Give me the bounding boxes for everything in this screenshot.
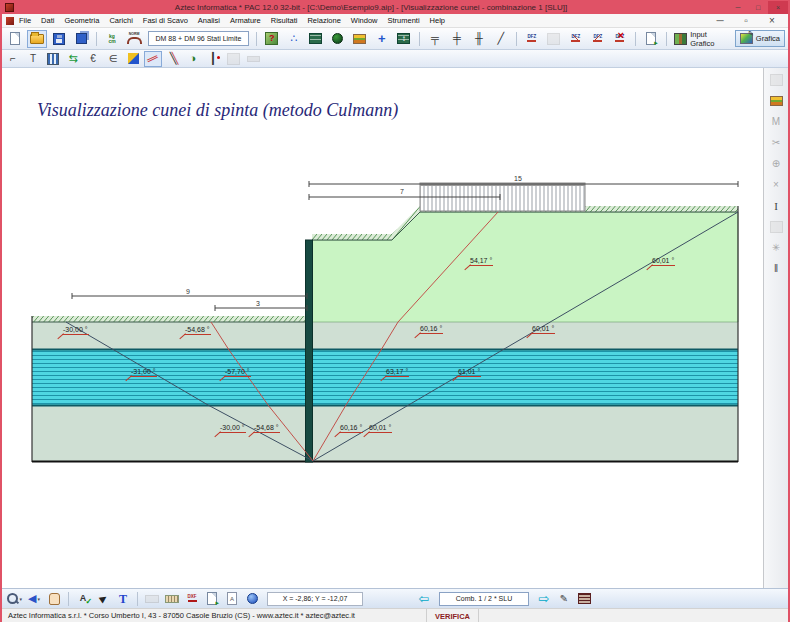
previous-view-button[interactable]: ◀▾ [25,591,43,607]
help-globe-button[interactable] [243,591,261,607]
normative-icon: NORM [127,33,142,44]
mdi-restore-icon: ▫ [744,16,748,26]
thrust-lines-button[interactable]: ╲ [164,51,182,67]
next-combination-button[interactable]: ⇨ [535,591,553,607]
views-toolbar: ⌐T⇆€∈∥╲◑┃ [2,50,788,68]
wedges-view-icon: ∥ [147,54,159,64]
menu-file[interactable]: File [19,16,31,25]
anchor-pile-button[interactable]: ╪ [447,30,467,48]
export-report-button[interactable] [641,30,661,48]
wall-elevation-view-button[interactable] [44,51,62,67]
measure-button[interactable] [163,591,181,607]
wedges-view-button[interactable]: ∥ [144,51,162,67]
displacements-view-icon: ⇆ [68,53,77,64]
dxf-export-button[interactable]: DXF [183,591,201,607]
mdi-restore-button[interactable]: ▫ [736,12,756,30]
menu-carichi[interactable]: Carichi [109,16,132,25]
menu-risultati[interactable]: Risultati [271,16,298,25]
verification-mode-badge: VERIFICA [426,609,479,622]
tiebacks-view-button[interactable]: ∈ [104,51,122,67]
pan-hand-button[interactable] [45,591,63,607]
drawing-canvas[interactable]: Visualizzazione cunei di spinta (metodo … [2,68,763,588]
menu-dati[interactable]: Dati [41,16,54,25]
wall-geometry-button[interactable] [306,30,326,48]
phase-edit-button[interactable]: DFZ [566,30,586,48]
wall-section-view-icon: T [30,54,36,64]
anchors-view-button[interactable]: € [84,51,102,67]
pile-button[interactable]: ╤ [425,30,445,48]
dropdown-caret-icon[interactable]: ▾ [19,596,22,602]
print-preview-button[interactable]: A [223,591,241,607]
anchor-plate-button[interactable]: ╫ [469,30,489,48]
mdi-close-button[interactable]: × [762,12,782,30]
open-file-button[interactable] [27,30,47,48]
mdi-close-icon: × [769,16,775,26]
table-view-button[interactable] [575,591,593,607]
profile-points-button[interactable]: ∴ [284,30,304,48]
angle-label: 60,01 ° [651,257,675,266]
move-text-icon: M [772,117,780,127]
new-document-button[interactable] [5,30,25,48]
load-phases-icon: DFZ [527,35,536,43]
menu-fasi-di-scavo[interactable]: Fasi di Scavo [143,16,188,25]
moment-diagram-icon: ┃ [210,53,217,64]
close-icon: × [776,4,780,11]
inclined-strut-icon: ╱ [498,33,505,44]
pause-redraw-button[interactable]: ‖ [767,261,785,277]
export-image-button[interactable] [203,591,221,607]
cut-button: ✂ [767,135,785,151]
spellcheck-button[interactable]: A [74,591,92,607]
zoom-icon [6,592,18,605]
displacements-view-button[interactable]: ⇆ [64,51,82,67]
combination-combo[interactable]: Comb. 1 / 2 * SLU [439,592,529,606]
water-table-button[interactable]: + [372,30,392,48]
mdi-window-controls: ─▫× [710,12,782,30]
text-tool-button[interactable]: T [114,591,132,607]
rotate-view-button: ⊕ [767,156,785,172]
wall-section-view-button[interactable]: T [24,51,42,67]
wall-data-button[interactable]: ? [262,30,282,48]
circular-surface-button[interactable]: ◑ [184,51,202,67]
text-tool-icon: T [119,593,127,605]
menu-help[interactable]: Help [430,16,445,25]
zoom-button[interactable]: ▾ [5,591,23,607]
save-all-button[interactable] [71,30,91,48]
menu-strumenti[interactable]: Strumenti [388,16,420,25]
phase-insert-button[interactable]: DFZ [588,30,608,48]
grafica-button[interactable]: Grafica [735,30,785,47]
pressure-diagram-button[interactable] [124,51,142,67]
soil-layers-button[interactable] [350,30,370,48]
prev-combination-button[interactable]: ⇦ [415,591,433,607]
view-disabled2-icon [247,56,260,62]
wall-geometry-icon [309,33,322,44]
text-cursor-button[interactable]: I [767,198,785,214]
units-kgcm-button[interactable]: kg cm [102,30,122,48]
menu-armature[interactable]: Armature [230,16,261,25]
wall-dimension-button[interactable]: ↕ [394,30,414,48]
pointer-edit-button[interactable]: ▶ [94,591,112,607]
water-table-icon: + [378,32,386,45]
angle-label: 54,17 ° [469,257,493,266]
menu-relazione[interactable]: Relazione [307,16,340,25]
wall-profile-view-button[interactable]: ⌐ [4,51,22,67]
input-grafico-button[interactable]: Input Grafico [670,29,735,49]
phase-delete-button[interactable]: DFZ [610,30,630,48]
moment-diagram-button[interactable]: ┃ [204,51,222,67]
profile-points-icon: ∴ [290,33,297,44]
app-icon [5,3,14,12]
load-phases-button[interactable]: DFZ [522,30,542,48]
phase-tool-disabled-icon [547,33,560,45]
dropdown-caret-icon[interactable]: ▾ [37,596,40,602]
save-button[interactable] [49,30,69,48]
vegetation-button[interactable] [328,30,348,48]
menu-analisi[interactable]: Analisi [198,16,220,25]
measure-icon [165,595,179,603]
layer-manager-button[interactable] [767,93,785,109]
inclined-strut-button[interactable]: ╱ [491,30,511,48]
mdi-minimize-button[interactable]: ─ [710,12,730,30]
normative-button[interactable]: NORM [124,30,144,48]
menu-window[interactable]: Window [351,16,378,25]
normative-combo[interactable]: DM 88 + DM 96 Stati Limite [148,31,249,46]
menu-geometria[interactable]: Geometria [64,16,99,25]
annotate-pen-button[interactable]: ✎ [555,591,573,607]
